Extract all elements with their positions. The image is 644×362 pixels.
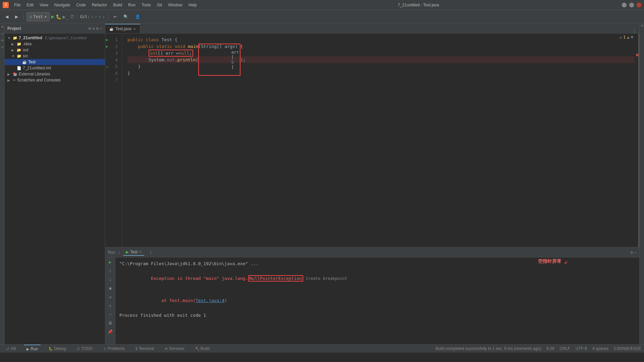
menu-view[interactable]: View — [37, 2, 51, 8]
bracket-open: [ — [231, 55, 234, 60]
bottom-tab-git[interactable]: ⎇ Git — [3, 345, 18, 353]
coverage-button[interactable]: ▶̲ — [63, 14, 68, 19]
debug-button[interactable]: 🐛 — [56, 14, 61, 19]
indent-info[interactable]: 4 spaces — [592, 346, 608, 351]
bracket-arr: [] — [158, 51, 163, 56]
menu-build[interactable]: Build — [110, 2, 125, 8]
create-breakpoint-btn[interactable]: Create breakpoint — [306, 276, 347, 281]
cursor-position[interactable]: 6:29 — [546, 346, 554, 351]
exception-prefix: Exception in thread "main" java.lang. — [151, 276, 248, 281]
menu-window[interactable]: Window — [165, 2, 185, 8]
run-button[interactable]: ▶ — [51, 13, 54, 20]
minimize-button[interactable]: ─ — [622, 3, 627, 7]
run-config-label: Test — [33, 14, 43, 19]
tab-test-java[interactable]: ☕ Test.java ✕ — [105, 24, 140, 33]
run-tab-close[interactable]: ✕ — [139, 250, 142, 254]
bottom-tab-todo[interactable]: ☑ TODO — [74, 345, 95, 353]
run-scroll-up-icon[interactable]: ↑ — [107, 267, 114, 274]
bottom-tab-services[interactable]: ⚙ Services — [162, 345, 187, 353]
line-separator[interactable]: CRLF — [560, 346, 570, 351]
menu-refactor[interactable]: Refactor — [89, 2, 110, 8]
fn-main: main — [188, 44, 198, 49]
project-collapse-icon[interactable]: ≡ — [92, 26, 95, 31]
menu-git[interactable]: Git — [154, 2, 165, 8]
run-softrap-icon[interactable]: ⏎ — [107, 311, 114, 318]
tree-item-scratches[interactable]: ▶ ✏ Scratches and Consoles — [5, 77, 105, 83]
tree-item-root[interactable]: ▼ 📁 7_21untitled E:\gitee\java\7_21untit… — [5, 35, 105, 41]
maximize-button[interactable]: □ — [629, 3, 634, 7]
run-stop-icon[interactable]: ◼ — [107, 285, 114, 292]
structure-icon[interactable]: S — [0, 45, 4, 49]
close-button[interactable]: ✕ — [637, 3, 641, 7]
run-close-input-icon[interactable]: ✕ — [107, 302, 114, 309]
bottom-tab-debug[interactable]: 🐛 Debug — [46, 345, 68, 353]
tree-label-scratches: Scratches and Consoles — [17, 78, 61, 82]
code-line-1: public class Test { — [127, 36, 639, 43]
profile-button[interactable]: ⏱ — [70, 14, 74, 19]
notifications-icon[interactable]: N — [0, 25, 4, 29]
run-panel: Run : ▶ Test ✕ | ⚙ — ▶ ↑ ↓ — [105, 247, 639, 344]
bottom-tab-terminal[interactable]: $ Terminal — [133, 345, 157, 353]
tree-item-idea[interactable]: ▶ 📁 .idea — [5, 41, 105, 47]
warning-nav-up[interactable]: ▲ — [627, 35, 630, 40]
menu-file[interactable]: File — [11, 2, 23, 8]
run-scroll-down-icon[interactable]: ↓ — [107, 276, 114, 283]
tree-item-out[interactable]: ▶ 📂 out — [5, 47, 105, 53]
run-configuration[interactable]: ◎ Test ▾ — [26, 12, 50, 21]
run-print-icon[interactable]: 🖶 — [107, 320, 114, 326]
tab-actions[interactable]: ⋮ — [633, 28, 639, 33]
space-5 — [185, 44, 188, 49]
warning-nav-down[interactable]: ▼ — [631, 35, 633, 40]
code-content[interactable]: public class Test { public static void — [122, 34, 639, 247]
tree-item-test[interactable]: ▶ ☕ Test — [5, 59, 105, 65]
class-system: System — [149, 57, 164, 62]
project-minimize-icon[interactable]: — — [100, 26, 102, 31]
profile-icon-button[interactable]: 👤 — [132, 12, 143, 21]
project-settings-icon[interactable]: ⚙ — [96, 26, 99, 31]
menu-edit[interactable]: Edit — [24, 2, 36, 8]
commit-icon[interactable]: C — [0, 32, 4, 36]
bottom-tab-build[interactable]: 🔨 Build — [193, 345, 212, 353]
run-arrow-1[interactable]: ▶ — [106, 38, 108, 42]
run-pin-icon[interactable]: 📌 — [107, 328, 114, 335]
vertical-scrollbar[interactable] — [638, 34, 639, 247]
run-arrow-2[interactable]: ▶ — [106, 45, 108, 48]
problems-tab-icon: ⚠ — [103, 347, 106, 351]
brace-1: { — [172, 37, 177, 42]
run-tab-test[interactable]: ▶ Test ✕ — [123, 249, 144, 256]
services-tab-label: Services — [169, 346, 184, 351]
bottom-tab-run[interactable]: ▶ Run — [24, 345, 41, 353]
tree-item-src[interactable]: ▼ 📁 src — [5, 53, 105, 59]
undo-button[interactable]: ↩ — [111, 12, 119, 21]
menu-code[interactable]: Code — [73, 2, 89, 8]
search-button[interactable]: 🔍 — [121, 12, 131, 21]
tree-label-idea: .idea — [23, 42, 32, 46]
menu-help[interactable]: Help — [186, 2, 200, 8]
bottom-tab-problems[interactable]: ⚠ Problems — [101, 345, 127, 353]
stack-trace-link[interactable]: Test.java:4 — [196, 298, 224, 303]
run-tab-label: Test — [130, 250, 138, 254]
back-button[interactable]: ◀ — [3, 12, 11, 21]
project-layout-icon[interactable]: ⊞ — [89, 26, 91, 31]
tree-item-ext-libs[interactable]: ▶ 📚 External Libraries — [5, 71, 105, 77]
tree-arrow-test: ▶ — [17, 60, 21, 64]
code-editor[interactable]: ▶ 1 ▶ 2 3 4 ◁ 5 6 — [105, 34, 639, 247]
notifications-right-icon[interactable]: N — [640, 25, 643, 26]
run-side-icons: ▶ ↑ ↓ ◼ ↺ ✕ ⏎ 🖶 📌 — [105, 257, 115, 344]
run-minimize-icon[interactable]: — — [634, 250, 637, 255]
menu-tools[interactable]: Tools — [139, 2, 154, 8]
project-tree: ▼ 📁 7_21untitled E:\gitee\java\7_21untit… — [5, 34, 105, 344]
run-play-icon[interactable]: ▶ — [107, 259, 114, 265]
bookmarks-icon[interactable]: B — [0, 38, 4, 42]
menu-run[interactable]: Run — [125, 2, 138, 8]
menu-navigate[interactable]: Navigate — [52, 2, 73, 8]
run-rerun-icon[interactable]: ↺ — [107, 294, 114, 300]
forward-button[interactable]: ▶ — [12, 12, 21, 21]
encoding[interactable]: UTF-8 — [576, 346, 587, 351]
run-settings-icon[interactable]: ⚙ — [631, 250, 633, 255]
tab-close-button[interactable]: ✕ — [133, 27, 136, 31]
var-arr: arr — [166, 51, 173, 56]
project-panel-header: Project ⊞ ≡ ⚙ — — [5, 23, 105, 34]
tree-item-iml[interactable]: ▶ 📄 7_21untitled.iml — [5, 65, 105, 71]
run-label: Run — [108, 250, 115, 255]
